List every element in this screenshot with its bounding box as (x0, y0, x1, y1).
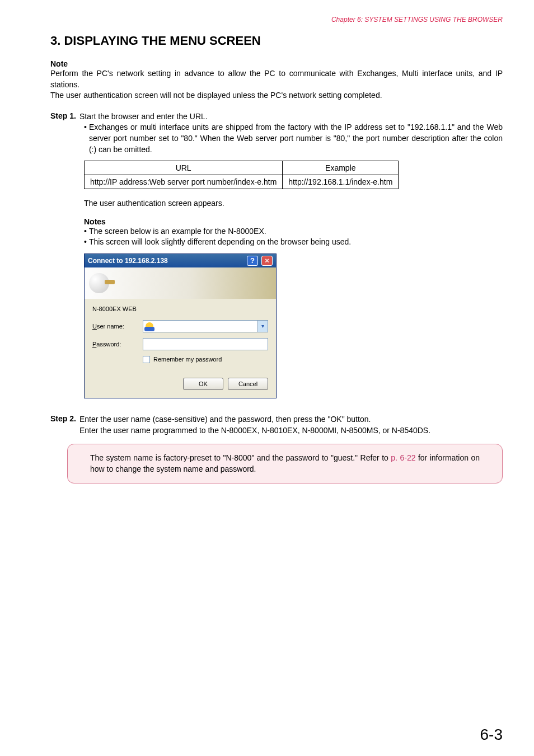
ok-button[interactable]: OK (183, 378, 223, 390)
section-title: 3. DISPLAYING THE MENU SCREEN (50, 34, 503, 48)
auth-titlebar[interactable]: Connect to 192.168.2.138 ? × (85, 254, 276, 267)
bullet-dot-icon: • (84, 122, 87, 155)
callout-box: The system name is factory-preset to "N-… (67, 444, 503, 483)
url-table-cell-example: http://192.168.1.1/index-e.htm (283, 175, 399, 189)
url-table-header-example: Example (283, 161, 399, 175)
password-input[interactable] (143, 338, 268, 350)
step2-line1: Enter the user name (case-sensitive) and… (79, 414, 503, 425)
auth-realm: N-8000EX WEB (92, 306, 268, 312)
step2-label: Step 2. (50, 414, 76, 436)
auth-banner (85, 267, 276, 299)
note-label: Note (50, 59, 503, 68)
username-input[interactable]: ▾ (143, 320, 268, 332)
step2-line2: Enter the user name programmed to the N-… (79, 425, 503, 436)
bullet-dot-icon: • (84, 226, 87, 237)
page-number: 6-3 (480, 726, 503, 744)
close-icon[interactable]: × (261, 256, 273, 266)
auth-title-text: Connect to 192.168.2.138 (88, 257, 243, 265)
notes-bullet-1: The screen below is an example for the N… (89, 226, 503, 237)
auth-dialog: Connect to 192.168.2.138 ? × N-8000EX WE… (84, 253, 277, 398)
callout-text-before: The system name is factory-preset to "N-… (90, 453, 391, 462)
help-icon[interactable]: ? (247, 256, 258, 266)
remember-label: Remember my password (153, 356, 222, 363)
step1-bullet: Exchanges or multi interface units are s… (89, 122, 503, 155)
username-label: User name: (92, 323, 137, 330)
bullet-dot-icon: • (84, 237, 87, 248)
url-table-cell-url: http://IP address:Web server port number… (85, 175, 283, 189)
password-label: Password: (92, 341, 137, 348)
url-table: URL Example http://IP address:Web server… (84, 161, 399, 189)
note-paragraph-1: Perform the PC's network setting in adva… (50, 68, 503, 90)
chevron-down-icon[interactable]: ▾ (257, 321, 268, 332)
step1-lead: Start the browser and enter the URL. (79, 111, 503, 123)
notes-bullet-2: This screen will look slightly different… (89, 237, 503, 248)
chapter-header: Chapter 6: SYSTEM SETTINGS USING THE BRO… (50, 16, 503, 24)
step1-after-table: The user authentication screen appears. (84, 198, 503, 209)
keyring-icon (89, 273, 109, 293)
notes-label: Notes (84, 217, 503, 226)
callout-link[interactable]: p. 6-22 (391, 453, 415, 462)
step1-label: Step 1. (50, 111, 76, 123)
remember-checkbox[interactable] (143, 356, 150, 363)
user-icon (146, 322, 153, 330)
url-table-header-url: URL (85, 161, 283, 175)
note-paragraph-2: The user authentication screen will not … (50, 90, 503, 101)
cancel-button[interactable]: Cancel (228, 378, 268, 390)
